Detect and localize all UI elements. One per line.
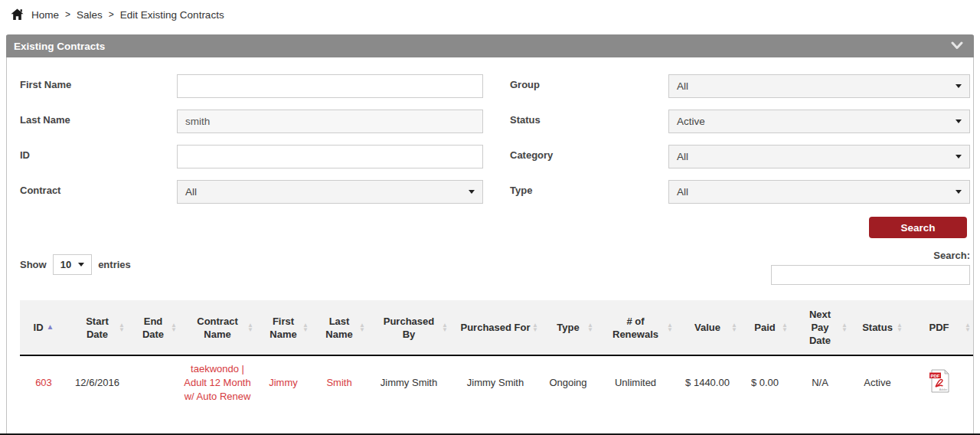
column-header-end-date[interactable]: End Date ▲▼ (127, 300, 179, 355)
breadcrumb-current-page: Edit Existing Contracts (120, 9, 224, 21)
svg-text:Adobe: Adobe (939, 388, 947, 391)
sort-icon: ▲▼ (532, 323, 538, 332)
svg-text:PDF: PDF (931, 374, 940, 378)
cell-last-name: Smith (311, 355, 368, 410)
column-header-next-pay-date[interactable]: Next Pay Date ▲▼ (790, 300, 850, 355)
table-search-input[interactable] (771, 265, 970, 285)
table-search-label: Search: (933, 250, 970, 261)
breadcrumb-home[interactable]: Home (31, 9, 59, 21)
entries-label: entries (98, 259, 131, 270)
page-size-select[interactable]: 10 (53, 254, 92, 275)
status-select[interactable]: Active (668, 110, 970, 133)
column-header-paid[interactable]: Paid ▲▼ (740, 300, 790, 355)
sort-icon: ▲▼ (587, 323, 593, 332)
id-label: ID (20, 145, 177, 168)
cell-status: Active (850, 355, 905, 410)
id-input[interactable] (177, 145, 483, 168)
cell-renewals: Unlimited (596, 355, 675, 410)
column-header-contract-name[interactable]: Contract Name ▲▼ (179, 300, 256, 355)
search-button[interactable]: Search (869, 217, 967, 238)
cell-start-date: 12/6/2016 (67, 355, 127, 410)
column-header-renewals[interactable]: # of Renewals ▲▼ (596, 300, 675, 355)
sort-icon: ▲▼ (782, 323, 788, 332)
cell-id: 603 (20, 355, 67, 410)
sort-icon: ▲▼ (247, 323, 253, 332)
cell-value: $ 1440.00 (675, 355, 740, 410)
chevron-down-icon[interactable] (951, 39, 963, 53)
breadcrumb: Home > Sales > Edit Existing Contracts (0, 0, 980, 29)
category-select[interactable]: All (668, 145, 970, 168)
sort-icon: ▲▼ (359, 323, 365, 332)
pdf-file-icon[interactable]: PDF Adobe (929, 369, 949, 397)
column-header-value[interactable]: Value ▲▼ (675, 300, 740, 355)
column-header-id[interactable]: ID▲ (20, 300, 67, 355)
type-label: Type (510, 180, 668, 204)
breadcrumb-sales[interactable]: Sales (77, 9, 103, 21)
cell-first-name: Jimmy (256, 355, 311, 410)
group-select[interactable]: All (668, 74, 970, 98)
column-header-first-name[interactable]: First Name ▲▼ (256, 300, 311, 355)
contract-name-link[interactable]: taekwondo | Adult 12 Month w/ Auto Renew (184, 363, 250, 402)
cell-paid: $ 0.00 (740, 355, 790, 410)
column-header-last-name[interactable]: Last Name ▲▼ (311, 300, 368, 355)
caret-down-icon (956, 119, 962, 123)
existing-contracts-panel: Existing Contracts First Name Group All … (6, 35, 974, 435)
first-name-label: First Name (20, 74, 177, 98)
sort-icon: ▲▼ (965, 323, 971, 332)
last-name-link[interactable]: Smith (326, 377, 351, 388)
column-header-purchased-for[interactable]: Purchased For ▲▼ (450, 300, 541, 355)
caret-down-icon (469, 190, 475, 194)
table-header-row: ID▲ Start Date ▲▼ End Date ▲▼ Contract N… (20, 300, 973, 355)
cell-next-pay-date: N/A (790, 355, 850, 410)
caret-down-icon (956, 190, 962, 194)
sort-asc-icon: ▲ (47, 322, 54, 331)
caret-down-icon (78, 263, 84, 267)
column-header-start-date[interactable]: Start Date ▲▼ (67, 300, 127, 355)
column-header-status[interactable]: Status ▲▼ (850, 300, 905, 355)
column-header-purchased-by[interactable]: Purchased By ▲▼ (368, 300, 450, 355)
contracts-table: ID▲ Start Date ▲▼ End Date ▲▼ Contract N… (20, 300, 973, 410)
table-row: 603 12/6/2016 taekwondo | Adult 12 Month… (20, 355, 973, 410)
filter-form: First Name Group All Last Name Status (7, 57, 973, 238)
sort-icon: ▲▼ (119, 323, 125, 332)
status-label: Status (510, 110, 668, 133)
table-controls: Show 10 entries Search: (7, 238, 973, 285)
show-label: Show (20, 259, 47, 270)
breadcrumb-separator: > (65, 9, 70, 20)
sort-icon: ▲▼ (302, 323, 309, 332)
breadcrumb-separator: > (109, 9, 114, 20)
page-size-value: 10 (60, 259, 71, 270)
group-select-value: All (677, 80, 688, 92)
caret-down-icon (956, 155, 962, 159)
status-select-value: Active (677, 116, 705, 127)
sort-icon: ▲▼ (171, 323, 177, 332)
contract-select-value: All (185, 186, 197, 198)
cell-purchased-by: Jimmy Smith (368, 355, 450, 410)
cell-pdf: PDF Adobe (905, 355, 973, 410)
type-select[interactable]: All (668, 180, 970, 204)
sort-icon: ▲▼ (442, 323, 448, 332)
contract-label: Contract (20, 180, 177, 204)
first-name-link[interactable]: Jimmy (269, 377, 298, 388)
category-select-value: All (677, 151, 688, 162)
group-label: Group (510, 74, 668, 98)
home-icon[interactable] (11, 8, 24, 21)
column-header-type[interactable]: Type ▲▼ (541, 300, 596, 355)
panel-title: Existing Contracts (14, 41, 105, 52)
cell-purchased-for: Jimmy Smith (450, 355, 541, 410)
sort-icon: ▲▼ (731, 323, 737, 332)
sort-icon: ▲▼ (667, 323, 673, 332)
contract-id-link[interactable]: 603 (35, 377, 52, 388)
cell-end-date (127, 355, 179, 410)
contract-select[interactable]: All (177, 180, 483, 204)
type-select-value: All (677, 186, 688, 198)
first-name-input[interactable] (177, 74, 483, 98)
panel-header[interactable]: Existing Contracts (6, 34, 974, 57)
category-label: Category (510, 145, 668, 168)
cell-type: Ongoing (541, 355, 596, 410)
sort-icon: ▲▼ (841, 323, 848, 332)
last-name-label: Last Name (20, 110, 177, 133)
last-name-input[interactable] (177, 110, 483, 133)
column-header-pdf[interactable]: PDF ▲▼ (905, 300, 973, 355)
caret-down-icon (956, 84, 962, 88)
